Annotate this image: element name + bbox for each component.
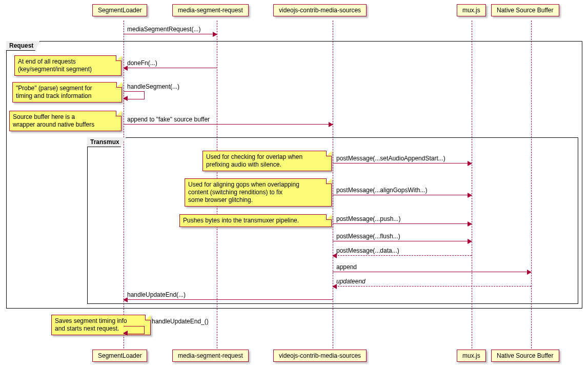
participant-label: videojs-contrib-media-sources xyxy=(279,7,361,14)
note-probe: "Probe" (parse) segment for timing and t… xyxy=(12,82,122,103)
frame-request-label: Request xyxy=(6,41,40,51)
note-audio-overlap: Used for checking for overlap when prefi… xyxy=(202,151,332,171)
arrow-push xyxy=(333,223,472,224)
note-text: Saves segment timing info and starts nex… xyxy=(55,317,127,332)
note-sourcebuffer: Source buffer here is a wrapper around n… xyxy=(9,111,121,131)
msg-flush: postMessage(...flush...) xyxy=(336,233,400,240)
participant-label: Native Source Buffer xyxy=(497,7,554,14)
participant-msr-bottom: media-segment-request xyxy=(172,350,249,362)
arrow-setaudioappendstart xyxy=(333,163,472,163)
note-text: "Probe" (parse) segment for timing and t… xyxy=(16,85,92,99)
note-text: Pushes bytes into the transmuxer pipelin… xyxy=(183,217,299,224)
msg-data: postMessage(...data...) xyxy=(336,247,399,254)
participant-msr-top: media-segment-request xyxy=(172,4,249,16)
msg-donefn: doneFn(...) xyxy=(127,59,157,67)
participant-label: SegmentLoader xyxy=(98,352,141,359)
note-text: Source buffer here is a wrapper around n… xyxy=(13,113,94,128)
msg-mediasegmentrequest: mediaSegmentRequest(...) xyxy=(127,26,200,33)
participant-nsb-bottom: Native Source Buffer xyxy=(491,350,559,362)
arrow-append-fake xyxy=(124,124,333,125)
participant-vcms-bottom: videojs-contrib-media-sources xyxy=(273,350,367,362)
arrow-mediasegmentrequest xyxy=(124,34,217,34)
participant-nsb-top: Native Source Buffer xyxy=(491,4,559,16)
msg-handleupdateend: handleUpdateEnd(...) xyxy=(127,291,186,298)
frame-transmux-label: Transmux xyxy=(87,137,126,147)
arrow-data xyxy=(333,255,472,256)
note-text: Used for aligning gops when overlapping … xyxy=(188,181,299,203)
msg-append: append xyxy=(336,263,357,271)
participant-mux-top: mux.js xyxy=(457,4,486,16)
participant-label: mux.js xyxy=(462,352,480,359)
participant-segmentloader-top: SegmentLoader xyxy=(92,4,147,16)
msg-handlesegment: handleSegment(...) xyxy=(127,83,179,90)
participant-label: videojs-contrib-media-sources xyxy=(279,352,361,359)
msg-updateend: updateend xyxy=(336,278,366,285)
msg-handleupdateend2: handleUpdateEnd_() xyxy=(152,318,209,325)
participant-label: media-segment-request xyxy=(178,352,243,359)
note-text: At end of all requests (key/segment/init… xyxy=(18,58,92,73)
msg-setaudioappendstart: postMessage(...setAudioAppendStart...) xyxy=(336,155,445,162)
participant-vcms-top: videojs-contrib-media-sources xyxy=(273,4,367,16)
participant-label: SegmentLoader xyxy=(98,7,141,14)
arrow-donefn xyxy=(124,68,217,68)
participant-label: mux.js xyxy=(462,7,480,14)
msg-append-fake: append to "fake" source buffer xyxy=(127,116,210,123)
arrow-updateend xyxy=(333,286,531,287)
arrow-flush xyxy=(333,241,472,241)
note-push: Pushes bytes into the transmuxer pipelin… xyxy=(179,214,332,227)
arrow-aligngopswith xyxy=(333,195,472,195)
frame-transmux: Transmux xyxy=(87,137,578,304)
participant-segmentloader-bottom: SegmentLoader xyxy=(92,350,147,362)
participant-mux-bottom: mux.js xyxy=(457,350,486,362)
arrow-handleupdateend xyxy=(124,299,333,300)
participant-label: Native Source Buffer xyxy=(497,352,554,359)
note-end-requests: At end of all requests (key/segment/init… xyxy=(14,55,121,76)
msg-aligngopswith: postMessage(...alignGopsWith...) xyxy=(336,187,427,194)
note-text: Used for checking for overlap when prefi… xyxy=(206,153,302,168)
note-align-gops: Used for aligning gops when overlapping … xyxy=(185,178,332,207)
participant-label: media-segment-request xyxy=(178,7,243,14)
arrow-append xyxy=(333,272,531,272)
msg-push: postMessage(...push...) xyxy=(336,215,400,222)
